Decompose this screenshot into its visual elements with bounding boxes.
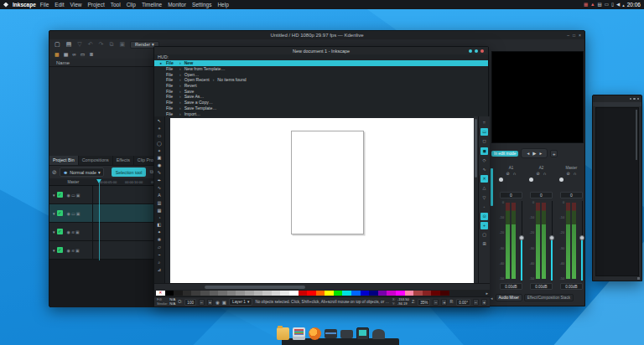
eraser-tool-icon[interactable]: ▱ xyxy=(158,245,161,250)
slider-knob[interactable] xyxy=(559,178,564,182)
palette-swatch[interactable] xyxy=(307,291,316,296)
hud-menu-item[interactable]: ▸ File › Save As… xyxy=(154,94,488,100)
utility-icon[interactable] xyxy=(372,329,385,339)
gain-db-value[interactable]: 0.00dB xyxy=(560,283,583,290)
maximize-icon[interactable]: □ xyxy=(573,33,575,38)
chevron-down-icon[interactable]: ▾ xyxy=(53,193,55,198)
mute-icon[interactable]: ⊘ xyxy=(567,171,570,177)
volume-fader[interactable] xyxy=(519,201,524,281)
minimize-icon[interactable] xyxy=(630,98,632,100)
palette-swatch[interactable] xyxy=(369,291,378,296)
background-window-titlebar[interactable] xyxy=(593,95,641,102)
fader-knob[interactable] xyxy=(549,235,554,240)
no-color-swatch[interactable]: ✕ xyxy=(156,291,165,296)
solo-headphones-icon[interactable]: ∩ xyxy=(543,171,547,177)
add-marker-icon[interactable]: + xyxy=(550,150,558,157)
gain-db-value[interactable]: 0.00dB xyxy=(530,283,553,290)
screen-tray-icon[interactable]: ▭ xyxy=(605,0,609,9)
palette-swatch[interactable] xyxy=(254,291,263,296)
palette-swatch[interactable] xyxy=(361,291,370,296)
camera-device-icon[interactable] xyxy=(325,329,337,338)
scrollbar-thumb[interactable] xyxy=(205,286,305,289)
track-target-icon[interactable]: ◉ xyxy=(67,204,70,223)
track-enabled-checkbox[interactable]: ✓ xyxy=(57,229,63,234)
palette-swatch[interactable] xyxy=(191,291,200,296)
hud-menu-item[interactable]: ▸ File › Save xyxy=(154,88,488,94)
zoom-tool-icon[interactable]: ⌕ xyxy=(158,260,161,265)
track-enabled-checkbox[interactable]: ✓ xyxy=(57,192,63,198)
palette-swatch[interactable] xyxy=(245,291,254,296)
track-lock-icon[interactable]: ▣ xyxy=(75,241,80,260)
browser-icon[interactable] xyxy=(309,327,321,340)
track-hide-icon[interactable]: ▭ xyxy=(71,204,75,223)
minimize-icon[interactable] xyxy=(469,49,472,53)
previous-frame-icon[interactable]: ◂ xyxy=(527,151,529,156)
next-frame-icon[interactable]: ▸ xyxy=(539,151,542,156)
snap-midpoints-icon[interactable]: ◦ xyxy=(480,203,488,211)
palette-swatch[interactable] xyxy=(431,291,440,296)
track-target-icon[interactable]: ◉ xyxy=(67,223,70,241)
clipboard-tray-icon[interactable]: ▯ xyxy=(611,0,614,9)
project-bin-list[interactable] xyxy=(49,67,156,156)
menu-item[interactable]: Timeline xyxy=(142,0,162,9)
tweak-tool-icon[interactable]: ✦ xyxy=(158,229,161,235)
palette-swatch[interactable] xyxy=(405,291,414,296)
calligraphy-tool-icon[interactable]: ∿ xyxy=(158,185,161,191)
new-document-icon[interactable]: ▢ xyxy=(55,39,60,49)
close-icon[interactable] xyxy=(637,98,640,100)
palette-swatch[interactable] xyxy=(299,291,308,296)
video-app-icon[interactable] xyxy=(356,327,369,340)
track-header[interactable]: ▾ ✓ ◉▭▣ xyxy=(49,204,93,222)
volume-icon[interactable]: ◀ xyxy=(616,0,620,9)
solo-headphones-icon[interactable]: ∩ xyxy=(513,171,517,177)
layer-lock-icon[interactable]: ▣ xyxy=(222,300,226,305)
edit-mode-dropdown[interactable]: ☻ Normal mode ▾ xyxy=(60,167,104,177)
snap-cusp-nodes-icon[interactable]: △ xyxy=(480,184,488,192)
menu-item[interactable]: Help xyxy=(217,0,228,9)
close-icon[interactable] xyxy=(480,49,484,53)
track-header[interactable]: ▾ ✓ ◉▭▣ xyxy=(49,186,93,203)
track-enabled-checkbox[interactable]: ✓ xyxy=(57,247,63,253)
palette-swatch[interactable] xyxy=(396,291,405,296)
palette-swatch[interactable] xyxy=(272,291,281,296)
spiral-tool-icon[interactable]: ◉ xyxy=(158,162,162,168)
dropper-tool-icon[interactable]: ◔ xyxy=(158,215,160,221)
snap-rotation-center-icon[interactable]: + xyxy=(480,222,488,229)
pencil-tool-icon[interactable]: ✎ xyxy=(158,170,161,176)
collapse-left-icon[interactable]: ◂ xyxy=(490,296,494,301)
solo-headphones-icon[interactable]: ∩ xyxy=(574,171,577,177)
pen-tool-icon[interactable]: ✒ xyxy=(158,178,161,183)
snap-bbox-icon[interactable]: ▭ xyxy=(480,128,488,136)
palette-swatch[interactable] xyxy=(413,291,423,296)
notifications-icon[interactable]: ▲ xyxy=(590,0,595,9)
zoom-in-button[interactable]: + xyxy=(441,299,447,306)
palette-swatch[interactable] xyxy=(289,291,299,296)
horizontal-scrollbar[interactable] xyxy=(154,283,490,290)
gain-db-value[interactable]: 0.00dB xyxy=(500,283,522,290)
timeline-settings-icon[interactable]: ⊘ xyxy=(52,169,57,176)
menu-item[interactable]: Project xyxy=(88,0,105,9)
selector-tool-icon[interactable]: ↖ xyxy=(158,118,161,124)
text-editor-icon[interactable] xyxy=(293,327,305,340)
dock-tab[interactable]: Audio Mixer xyxy=(496,294,522,301)
balance-value[interactable]: 0 xyxy=(500,192,522,198)
inkscape-titlebar[interactable]: New document 1 - Inkscape xyxy=(154,47,488,54)
track-header[interactable]: ▾ ✓ ◉≋▣ xyxy=(49,223,93,240)
edit-mode-badge[interactable]: In edit mode xyxy=(491,151,518,157)
dock-tab[interactable]: Effect/Composition Stack xyxy=(524,294,574,301)
maximize-icon[interactable] xyxy=(633,98,636,100)
menu-item[interactable]: Edit xyxy=(55,0,64,9)
redo-icon[interactable]: ↷ xyxy=(99,39,104,49)
text-tool-icon[interactable]: A xyxy=(158,193,160,198)
clock[interactable]: 20:06 xyxy=(627,2,641,8)
palette-swatch[interactable] xyxy=(280,291,289,296)
track-mute-icon[interactable]: ≋ xyxy=(71,223,75,241)
image-icon[interactable]: ▭ xyxy=(80,49,86,59)
track-mute-icon[interactable]: ≋ xyxy=(71,241,75,260)
balance-value[interactable]: 0 xyxy=(530,192,553,198)
zoom-input[interactable]: 35% xyxy=(418,299,430,306)
palette-swatch[interactable] xyxy=(334,291,343,296)
create-folder-icon[interactable]: ▦ xyxy=(64,49,69,59)
undo-icon[interactable]: ↶ xyxy=(88,39,93,49)
palette-swatch[interactable] xyxy=(351,291,361,296)
